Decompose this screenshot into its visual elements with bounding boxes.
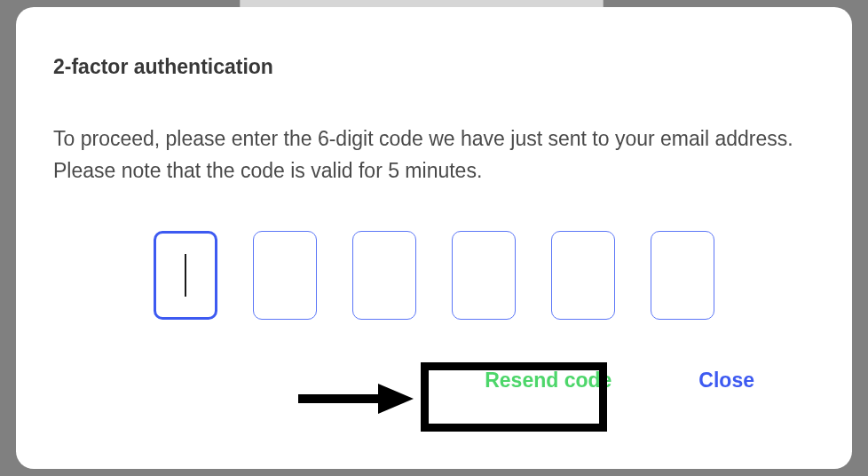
code-input-group xyxy=(53,231,815,320)
close-button[interactable]: Close xyxy=(698,369,754,393)
modal-title: 2-factor authentication xyxy=(53,55,815,79)
two-factor-auth-modal: 2-factor authentication To proceed, plea… xyxy=(16,7,852,469)
code-digit-6[interactable] xyxy=(651,231,714,320)
modal-actions: Resend code Close xyxy=(53,369,815,393)
modal-description: To proceed, please enter the 6-digit cod… xyxy=(53,123,815,186)
text-caret xyxy=(185,254,186,297)
code-digit-5[interactable] xyxy=(551,231,615,320)
code-digit-4[interactable] xyxy=(452,231,516,320)
code-digit-3[interactable] xyxy=(352,231,416,320)
resend-code-button[interactable]: Resend code xyxy=(485,369,612,393)
code-digit-2[interactable] xyxy=(253,231,317,320)
